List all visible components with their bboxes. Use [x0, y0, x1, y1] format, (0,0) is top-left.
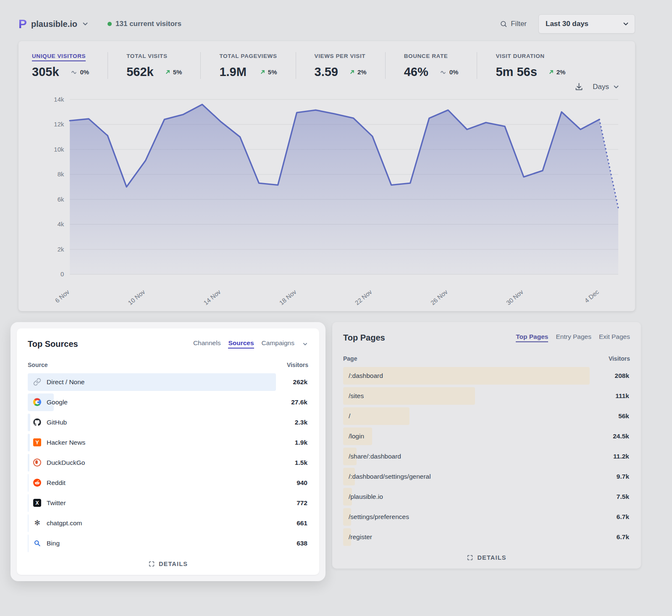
stat-value: 5m 56s	[496, 65, 537, 79]
pages-details-button[interactable]: DETAILS	[343, 554, 630, 561]
visitors-area-chart[interactable]: 02k4k6k8k10k12k14k6 Nov10 Nov14 Nov18 No…	[18, 92, 635, 307]
plausible-logo-icon: P	[18, 18, 27, 30]
page-row[interactable]: /:dashboard/settings/general9.7k	[343, 468, 630, 485]
stat-change: 5%	[260, 68, 277, 76]
chevron-down-icon[interactable]	[302, 341, 308, 347]
reddit-icon	[33, 479, 41, 487]
svg-text:0: 0	[60, 271, 64, 278]
top-pages-list: /:dashboard208k/sites111k/56k/login24.5k…	[343, 367, 630, 546]
chevron-down-icon	[612, 83, 620, 91]
visitors-value: 27.6k	[291, 398, 308, 406]
page-row[interactable]: /settings/preferences6.7k	[343, 508, 630, 526]
interval-select[interactable]: Days	[593, 83, 620, 91]
tab-exit-pages[interactable]: Exit Pages	[599, 333, 630, 342]
sources-details-button[interactable]: DETAILS	[28, 561, 308, 567]
svg-text:10k: 10k	[54, 146, 64, 153]
visitors-value: 772	[297, 499, 308, 507]
bing-icon	[33, 539, 41, 547]
column-header-source: Source	[28, 362, 47, 368]
openai-icon: ✻	[33, 519, 41, 527]
svg-text:12k: 12k	[54, 121, 64, 128]
duckduckgo-icon	[33, 459, 41, 467]
stat-visit-duration[interactable]: VISIT DURATION5m 56s2%	[477, 52, 584, 79]
source-row[interactable]: YHacker News1.9k	[28, 434, 308, 451]
tab-top-pages[interactable]: Top Pages	[516, 333, 548, 342]
source-row[interactable]: Reddit940	[28, 474, 308, 492]
stat-label: BOUNCE RATE	[404, 53, 448, 61]
stats-row: UNIQUE VISITORS305k0%TOTAL VISITS562k5%T…	[18, 52, 635, 79]
top-pages-card: Top Pages Top PagesEntry PagesExit Pages…	[332, 322, 641, 569]
stat-value: 305k	[32, 65, 59, 79]
page-row[interactable]: /plausible.io7.5k	[343, 488, 630, 506]
date-range-select[interactable]: Last 30 days	[538, 14, 635, 34]
svg-text:26 Nov: 26 Nov	[429, 288, 449, 305]
tab-channels[interactable]: Channels	[193, 339, 221, 349]
search-icon	[500, 20, 507, 28]
stat-views-per-visit[interactable]: VIEWS PER VISIT3.592%	[296, 52, 385, 79]
row-label: /	[343, 412, 350, 420]
stat-label: UNIQUE VISITORS	[32, 53, 86, 61]
visitors-value: 24.5k	[613, 433, 630, 440]
page-row[interactable]: /56k	[343, 407, 630, 425]
row-label: ✻chatgpt.com	[28, 519, 82, 527]
trend-flat-icon	[70, 70, 78, 74]
current-visitors[interactable]: 131 current visitors	[108, 20, 181, 28]
trend-up-icon	[548, 69, 554, 75]
row-label: Direct / None	[28, 378, 84, 386]
visitors-value: 56k	[618, 412, 630, 420]
svg-text:6k: 6k	[58, 196, 64, 203]
stat-total-pageviews[interactable]: TOTAL PAGEVIEWS1.9M5%	[200, 52, 295, 79]
page-row[interactable]: /share/:dashboard11.2k	[343, 448, 630, 465]
row-label: /login	[343, 433, 364, 440]
tab-sources[interactable]: Sources	[228, 339, 254, 349]
visitors-value: 208k	[615, 372, 630, 380]
top-sources-tabs: ChannelsSourcesCampaigns	[193, 339, 308, 349]
page-row[interactable]: /:dashboard208k	[343, 367, 630, 385]
visitors-value: 638	[297, 540, 308, 547]
svg-text:10 Nov: 10 Nov	[127, 288, 147, 305]
interval-value: Days	[593, 83, 609, 91]
google-icon	[33, 398, 41, 406]
stat-label: VISIT DURATION	[496, 53, 544, 61]
visitors-value: 6.7k	[617, 533, 630, 541]
stat-total-visits[interactable]: TOTAL VISITS562k5%	[108, 52, 200, 79]
top-sources-highlight: Top Sources ChannelsSourcesCampaigns Sou…	[10, 322, 326, 581]
svg-text:2k: 2k	[58, 246, 64, 253]
svg-text:8k: 8k	[58, 171, 64, 178]
stat-value: 562k	[126, 65, 154, 79]
tab-campaigns[interactable]: Campaigns	[262, 339, 294, 349]
svg-text:18 Nov: 18 Nov	[278, 288, 298, 305]
plausible-dashboard: P plausible.io 131 current visitors Filt…	[0, 0, 672, 581]
column-header-visitors: Visitors	[287, 362, 308, 368]
page-row[interactable]: /login24.5k	[343, 427, 630, 445]
page-row[interactable]: /register6.7k	[343, 528, 630, 546]
row-label: /register	[343, 533, 372, 541]
stat-bounce-rate[interactable]: BOUNCE RATE46%0%	[385, 52, 477, 79]
svg-text:6 Nov: 6 Nov	[54, 288, 71, 304]
current-visitors-label: 131 current visitors	[116, 20, 181, 28]
visitors-value: 1.5k	[295, 459, 308, 467]
source-row[interactable]: XTwitter772	[28, 494, 308, 512]
source-row[interactable]: DuckDuckGo1.5k	[28, 454, 308, 472]
filter-button[interactable]: Filter	[500, 20, 527, 28]
tab-entry-pages[interactable]: Entry Pages	[556, 333, 591, 342]
stat-change: 0%	[439, 68, 459, 76]
site-name: plausible.io	[31, 19, 77, 29]
svg-text:14k: 14k	[54, 96, 64, 103]
chart-controls: Days	[18, 79, 635, 92]
visitors-value: 7.5k	[617, 493, 630, 501]
source-row[interactable]: Bing638	[28, 535, 308, 552]
row-label: Google	[28, 398, 68, 406]
visitors-value: 9.7k	[617, 473, 630, 480]
source-row[interactable]: Google27.6k	[28, 393, 308, 411]
site-picker[interactable]: P plausible.io	[18, 18, 89, 30]
row-label: Bing	[28, 539, 60, 547]
source-row[interactable]: ✻chatgpt.com661	[28, 514, 308, 532]
source-row[interactable]: GitHub2.3k	[28, 414, 308, 431]
page-row[interactable]: /sites111k	[343, 387, 630, 405]
source-row[interactable]: Direct / None262k	[28, 373, 308, 391]
stat-unique-visitors[interactable]: UNIQUE VISITORS305k0%	[32, 52, 108, 79]
download-button[interactable]	[575, 82, 583, 91]
row-label: /settings/preferences	[343, 513, 409, 521]
row-label: /share/:dashboard	[343, 453, 401, 460]
